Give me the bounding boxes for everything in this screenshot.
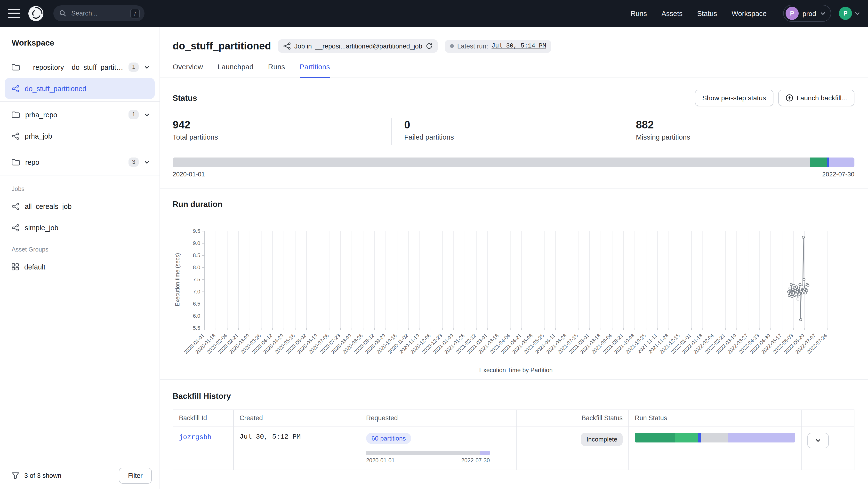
divider [0,175,159,175]
job-path-link[interactable]: __reposi...artitioned@partitioned_job [315,42,422,50]
search-box[interactable]: / [53,5,145,21]
sidebar-item-default[interactable]: default [5,256,155,277]
topbar: / RunsAssetsStatusWorkspace P prod P [0,0,868,27]
count-badge: 1 [129,63,139,72]
count-badge: 1 [129,110,139,119]
status-title: Status [173,93,197,102]
status-dot-icon [450,44,454,48]
folder-icon [12,111,20,118]
column-run-status: Run Status [629,410,801,426]
svg-text:7.0: 7.0 [193,289,200,295]
sidebar-section-label: Jobs [0,178,159,195]
dagster-logo-icon[interactable] [27,5,44,22]
chevron-down-icon[interactable] [144,64,150,70]
grid-icon [12,263,19,270]
page-title: do_stuff_partitioned [173,40,271,52]
plus-circle-icon [785,94,793,102]
sidebar: Workspace __repository__do_stuff_partiti… [0,27,160,489]
tabs: OverviewLaunchpadRunsPartitions [173,63,856,77]
sidebar-item-do-stuff-partitioned[interactable]: do_stuff_partitioned [5,78,155,99]
sidebar-section-label: Asset Groups [0,238,159,256]
run-duration-section: Run duration 5.56.06.57.07.58.08.59.09.5… [160,189,868,380]
job-origin-chip[interactable]: Job in __reposi...artitioned@partitioned… [278,39,438,53]
bar-segment-unrequested [366,451,480,455]
refresh-icon[interactable] [426,43,433,50]
user-menu[interactable]: P [839,7,860,20]
sidebar-item-repository-do-stuff-partitio[interactable]: __repository__do_stuff_partitio...1 [5,57,155,77]
chevron-down-icon [815,437,821,444]
sidebar-item-simple-job[interactable]: simple_job [5,217,155,238]
requested-partitions-chip[interactable]: 60 partitions [366,433,411,444]
bar-segment-succeeded [810,158,827,167]
svg-text:Execution time (secs): Execution time (secs) [174,253,181,306]
nav-workspace[interactable]: Workspace [732,9,767,17]
backfill-row: jozrgsbh Jul 30, 5:12 PM 60 partitions 2… [173,426,854,470]
chevron-down-icon[interactable] [144,159,150,165]
shown-count: 3 of 3 shown [24,472,114,479]
filter-button[interactable]: Filter [119,468,152,484]
chevron-down-icon [855,10,860,16]
latest-run-link[interactable]: Jul 30, 5:14 PM [492,43,546,50]
bar-segment-in-progress [827,158,829,167]
bar-segment-missing [173,158,810,167]
stat-failed-partitions: 0Failed partitions [391,118,623,145]
sidebar-item-label: prha_job [25,132,150,140]
backfill-id-link[interactable]: jozrgsbh [179,433,211,441]
partition-status-section: Status Show per-step statusLaunch backfi… [160,78,868,189]
tab-launchpad[interactable]: Launchpad [217,63,254,78]
bar-segment-requested [480,451,490,455]
tab-overview[interactable]: Overview [173,63,203,78]
bar-segment-succeeded [635,433,675,443]
stat-total-partitions: 942Total partitions [173,118,391,145]
stat-value: 0 [404,119,623,131]
run-status-bar[interactable] [635,433,795,443]
chevron-down-icon[interactable] [144,112,150,118]
button-label: Launch backfill... [797,94,847,102]
menu-icon[interactable] [8,9,20,18]
bar-segment-queued [728,433,795,443]
requested-range-dates: 2020-01-01 2022-07-30 [366,457,490,463]
folder-icon [12,64,20,71]
column-actions [801,410,854,426]
bar-start-date: 2020-01-01 [173,171,205,178]
tab-runs[interactable]: Runs [268,63,285,78]
run-duration-chart: 5.56.06.57.07.58.08.59.09.52020-01-01202… [173,225,837,376]
sidebar-item-prha-job[interactable]: prha_job [5,126,155,146]
stat-missing-partitions: 882Missing partitions [623,118,855,145]
nav-runs[interactable]: Runs [630,9,647,17]
count-badge: 3 [129,158,139,167]
launch-backfill-button[interactable]: Launch backfill... [778,90,855,106]
expand-row-button[interactable] [807,433,829,448]
partition-bar-dates: 2020-01-01 2022-07-30 [173,171,855,178]
svg-text:Execution Time by Partition: Execution Time by Partition [479,367,553,373]
workspace-list: __repository__do_stuff_partitio...1do_st… [0,54,159,462]
backfill-status-chip: Incomplete [581,433,623,446]
backfill-created: Jul 30, 5:12 PM [234,426,360,470]
nav-status[interactable]: Status [697,9,717,17]
chevron-down-icon [820,10,826,16]
bar-end-date: 2022-07-30 [822,171,855,178]
run-duration-title: Run duration [173,200,855,209]
nav-assets[interactable]: Assets [661,9,683,17]
stat-label: Total partitions [173,133,391,141]
sidebar-item-label: simple_job [25,224,150,231]
bar-segment-succeeded-recent [675,433,698,443]
partition-status-bar[interactable] [173,158,855,167]
tab-partitions[interactable]: Partitions [300,63,330,78]
bar-segment-queued [829,158,855,167]
search-input[interactable] [70,9,127,18]
bar-segment-not-started [702,433,728,443]
sidebar-item-all-cereals-job[interactable]: all_cereals_job [5,196,155,217]
svg-text:8.0: 8.0 [193,264,200,270]
column-backfill-id: Backfill Id [173,410,234,426]
button-label: Show per-step status [702,94,766,102]
backfill-table: Backfill IdCreatedRequestedBackfill Stat… [173,410,855,470]
deployment-switcher[interactable]: P prod [783,5,831,22]
svg-text:6.5: 6.5 [193,301,200,307]
topbar-nav: RunsAssetsStatusWorkspace [630,9,767,17]
sidebar-item-repo[interactable]: repo3 [5,152,155,172]
sidebar-item-prha-repo[interactable]: prha_repo1 [5,104,155,125]
tab-bar: OverviewLaunchpadRunsPartitions [160,63,868,78]
show-per-step-status-button[interactable]: Show per-step status [695,90,773,106]
stat-value: 942 [173,119,391,131]
